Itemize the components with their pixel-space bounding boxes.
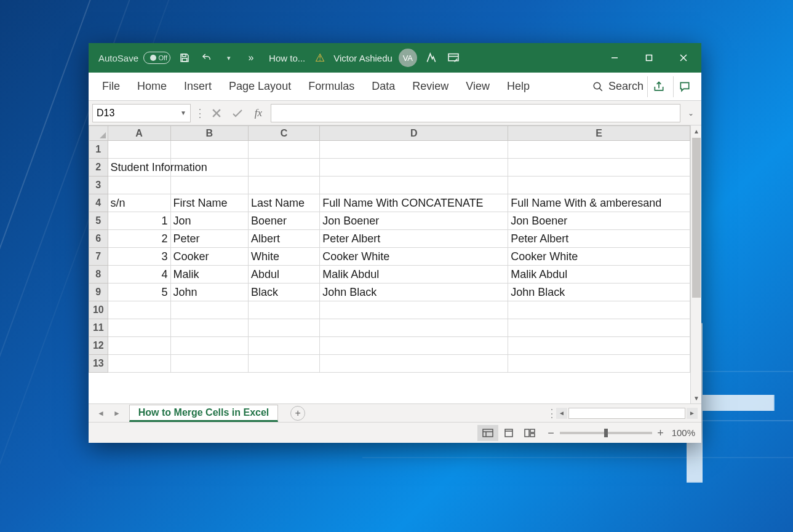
cell-A5[interactable]: 1 [108, 212, 170, 230]
cell-C12[interactable] [249, 337, 320, 355]
cell-D9[interactable]: John Black [320, 284, 508, 301]
hscroll-right-icon[interactable]: ► [687, 408, 698, 419]
cell-B13[interactable] [170, 355, 248, 373]
scroll-down-icon[interactable]: ▼ [691, 392, 701, 403]
cell-B1[interactable] [170, 141, 248, 159]
row-header-7[interactable]: 7 [89, 248, 108, 266]
row-header-1[interactable]: 1 [89, 141, 108, 159]
zoom-control[interactable]: − + [546, 427, 666, 439]
coming-soon-icon[interactable] [423, 50, 439, 66]
cell-D8[interactable]: Malik Abdul [320, 266, 508, 284]
cell-A12[interactable] [108, 337, 170, 355]
row-header-12[interactable]: 12 [89, 337, 108, 355]
hscroll-left-icon[interactable]: ◄ [556, 408, 567, 419]
scroll-up-icon[interactable]: ▲ [691, 125, 701, 137]
cell-E7[interactable]: Cooker White [508, 248, 690, 266]
undo-icon[interactable] [199, 50, 215, 66]
cell-E1[interactable] [508, 141, 690, 159]
cell-D6[interactable]: Peter Albert [320, 230, 508, 248]
cell-B5[interactable]: Jon [170, 212, 248, 230]
cell-C6[interactable]: Albert [249, 230, 320, 248]
cell-B10[interactable] [170, 301, 248, 319]
sheet-tab-active[interactable]: How to Merge Cells in Excel [129, 405, 279, 422]
normal-view-button[interactable] [477, 425, 498, 441]
row-header-6[interactable]: 6 [89, 230, 108, 248]
cell-D12[interactable] [320, 337, 508, 355]
select-all-corner[interactable] [89, 126, 108, 141]
comments-button[interactable] [673, 76, 695, 97]
zoom-level[interactable]: 100% [672, 427, 695, 438]
cell-C1[interactable] [249, 141, 320, 159]
cell-D4[interactable]: Full Name With CONCATENATE [320, 194, 508, 212]
column-header-B[interactable]: B [170, 126, 248, 141]
hscroll-track[interactable] [568, 408, 685, 419]
tab-home[interactable]: Home [130, 76, 174, 97]
cell-E2[interactable] [508, 159, 690, 177]
cell-A8[interactable]: 4 [108, 266, 170, 284]
zoom-in-button[interactable]: + [656, 427, 666, 439]
expand-formula-bar-icon[interactable]: ⌄ [684, 109, 698, 117]
save-icon[interactable] [177, 50, 193, 66]
cell-E13[interactable] [508, 355, 690, 373]
user-avatar[interactable]: VA [399, 49, 417, 67]
row-header-11[interactable]: 11 [89, 319, 108, 337]
cell-D2[interactable] [320, 159, 508, 177]
formula-input[interactable] [271, 104, 680, 122]
maximize-button[interactable] [635, 43, 663, 73]
cell-C9[interactable]: Black [249, 284, 320, 301]
autosave-switch[interactable]: Off [143, 52, 170, 64]
cell-D3[interactable] [320, 177, 508, 194]
column-header-E[interactable]: E [508, 126, 690, 141]
row-header-8[interactable]: 8 [89, 266, 108, 284]
cell-B3[interactable] [170, 177, 248, 194]
tell-me-search[interactable]: Search [591, 80, 644, 93]
user-name[interactable]: Victor Ashiedu [333, 53, 393, 63]
tab-help[interactable]: Help [500, 76, 537, 97]
cell-C13[interactable] [249, 355, 320, 373]
cell-C10[interactable] [249, 301, 320, 319]
cell-E6[interactable]: Peter Albert [508, 230, 690, 248]
tab-file[interactable]: File [95, 76, 127, 97]
cell-A9[interactable]: 5 [108, 284, 170, 301]
tab-insert[interactable]: Insert [177, 76, 219, 97]
cell-E11[interactable] [508, 319, 690, 337]
zoom-thumb[interactable] [604, 429, 608, 437]
tab-page-layout[interactable]: Page Layout [221, 76, 298, 97]
autosave-toggle[interactable]: AutoSave Off [98, 52, 170, 64]
sheet-prev-icon[interactable]: ◄ [97, 409, 105, 418]
cell-B12[interactable] [170, 337, 248, 355]
cell-A1[interactable] [108, 141, 170, 159]
cell-B11[interactable] [170, 319, 248, 337]
cell-D5[interactable]: Jon Boener [320, 212, 508, 230]
close-button[interactable] [669, 43, 698, 73]
tab-review[interactable]: Review [405, 76, 456, 97]
cell-B4[interactable]: First Name [170, 194, 248, 212]
minimize-button[interactable] [600, 43, 629, 73]
name-box-dropdown-icon[interactable]: ▼ [180, 109, 186, 116]
cell-A3[interactable] [108, 177, 170, 194]
cell-E4[interactable]: Full Name With & amberesand [508, 194, 690, 212]
cell-A7[interactable]: 3 [108, 248, 170, 266]
page-layout-view-button[interactable] [498, 425, 519, 441]
cell-D10[interactable] [320, 301, 508, 319]
cell-B9[interactable]: John [170, 284, 248, 301]
undo-chevron-icon[interactable]: ▾ [221, 50, 237, 66]
name-box-resize-icon[interactable]: ⋮ [194, 106, 204, 120]
cell-D1[interactable] [320, 141, 508, 159]
tab-split-icon[interactable]: ⋮ [546, 407, 556, 420]
cell-C7[interactable]: White [249, 248, 320, 266]
cell-C2[interactable] [249, 159, 320, 177]
row-header-10[interactable]: 10 [89, 301, 108, 319]
cancel-formula-icon[interactable] [208, 104, 225, 122]
cell-A4[interactable]: s/n [108, 194, 170, 212]
cell-D13[interactable] [320, 355, 508, 373]
zoom-out-button[interactable]: − [546, 427, 556, 439]
column-header-D[interactable]: D [320, 126, 508, 141]
worksheet[interactable]: ABCDE12Student Information34s/nFirst Nam… [89, 125, 690, 403]
sheet-next-icon[interactable]: ► [113, 409, 121, 418]
cell-A11[interactable] [108, 319, 170, 337]
column-header-A[interactable]: A [108, 126, 170, 141]
scroll-thumb[interactable] [692, 138, 701, 298]
tab-formulas[interactable]: Formulas [301, 76, 362, 97]
cell-B6[interactable]: Peter [170, 230, 248, 248]
